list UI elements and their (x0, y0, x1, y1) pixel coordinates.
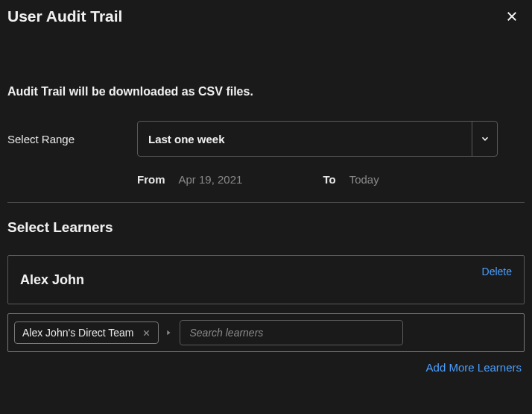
range-row: Select Range Last one week (0, 98, 532, 157)
svg-marker-4 (168, 330, 171, 336)
to-date: Today (349, 173, 379, 186)
subtitle-text: Audit Trail will be downloaded as CSV fi… (0, 33, 532, 98)
close-icon[interactable] (505, 10, 519, 23)
from-date: Apr 19, 2021 (179, 173, 243, 186)
delete-button[interactable]: Delete (482, 266, 512, 277)
learners-section-title: Select Learners (0, 203, 532, 236)
chip-remove-icon[interactable] (142, 329, 151, 337)
team-chip[interactable]: Alex John's Direct Team (14, 322, 159, 344)
from-label: From (137, 173, 165, 186)
chevron-down-icon[interactable] (472, 122, 497, 156)
to-label: To (323, 173, 335, 186)
team-chip-label: Alex John's Direct Team (22, 327, 133, 339)
add-more-learners-link[interactable]: Add More Learners (0, 352, 532, 374)
range-select[interactable]: Last one week (137, 121, 498, 157)
range-label: Select Range (7, 133, 137, 145)
learner-search-card: Alex John's Direct Team (7, 313, 525, 352)
search-learners-input[interactable] (180, 320, 403, 345)
dialog-header: User Audit Trail (0, 0, 532, 33)
learner-name: Alex John (20, 272, 84, 288)
learner-card: Delete Alex John (7, 255, 525, 304)
page-title: User Audit Trail (7, 7, 122, 25)
chevron-right-icon[interactable] (165, 329, 174, 336)
range-select-value: Last one week (138, 122, 472, 156)
date-range-display: From Apr 19, 2021 To Today (0, 157, 532, 202)
